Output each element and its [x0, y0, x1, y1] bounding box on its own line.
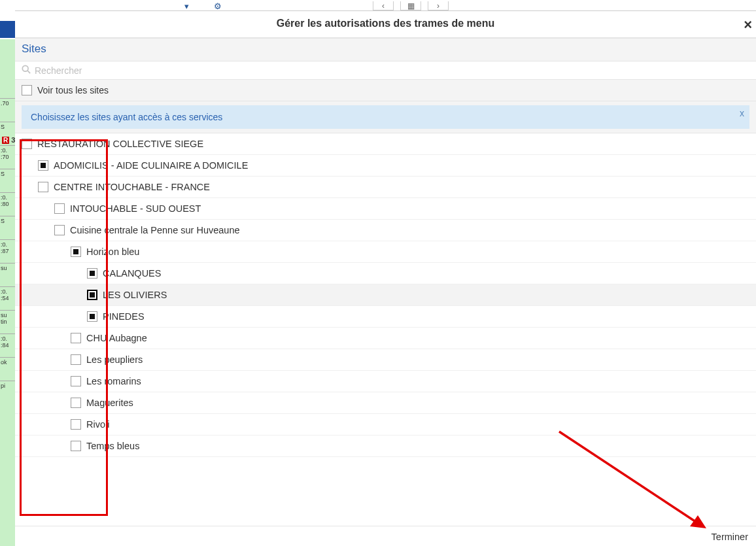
tree-checkbox[interactable] [22, 139, 32, 149]
tree-row-label: Cuisine centrale la Penne sur Huveaune [70, 225, 240, 235]
tree-row[interactable]: Cuisine centrale la Penne sur Huveaune [15, 220, 756, 241]
gear-icon: ⚙ [208, 1, 228, 10]
tree-checkbox[interactable] [87, 268, 97, 279]
tree-checkbox[interactable] [71, 441, 81, 451]
search-row [15, 61, 756, 80]
tree-row[interactable]: Maguerites [15, 392, 756, 414]
tree-row[interactable]: Les peupliers [15, 349, 756, 371]
bg-side-cell: su [0, 263, 15, 286]
bg-side-cell: S [0, 169, 15, 192]
tree-row-label: Maguerites [86, 398, 133, 408]
tree-row[interactable]: INTOUCHABLE - SUD OUEST [15, 198, 756, 220]
info-banner: Choisissez les sites ayant accès à ces s… [22, 105, 749, 129]
info-banner-text: Choisissez les sites ayant accès à ces s… [31, 112, 222, 122]
tree-checkbox[interactable] [87, 311, 97, 322]
tree-row[interactable]: RESTAURATION COLLECTIVE SIEGE [15, 133, 756, 155]
tree-row-label: Les peupliers [86, 354, 143, 365]
tree-checkbox[interactable] [87, 290, 97, 300]
tree-row-label: INTOUCHABLE - SUD OUEST [70, 203, 201, 214]
tree-row[interactable]: Les romarins [15, 371, 756, 392]
bg-side-cell: S [0, 216, 15, 239]
tree-checkbox[interactable] [71, 354, 81, 365]
tree-row[interactable]: Rivoli [15, 414, 756, 435]
finish-button[interactable]: Terminer [712, 532, 748, 542]
svg-point-0 [22, 65, 28, 71]
info-banner-wrap: Choisissez les sites ayant accès à ces s… [15, 101, 756, 133]
tree-checkbox[interactable] [71, 247, 81, 257]
close-banner-icon[interactable]: x [740, 108, 744, 118]
tree-row-label: CHU Aubagne [86, 333, 147, 343]
section-title-sites: Sites [15, 38, 756, 61]
bg-side-cell: :0. :80 [0, 192, 15, 216]
bg-side-cell: :0. :70 [0, 145, 15, 169]
chevron-left-icon: ‹ [373, 1, 394, 10]
tree-row-label: Les romarins [86, 376, 141, 386]
svg-line-1 [27, 71, 30, 73]
tree-checkbox[interactable] [71, 398, 81, 408]
modal-footer: Terminer [15, 526, 756, 546]
manage-permissions-modal: Gérer les autorisations des trames de me… [15, 10, 756, 546]
tree-checkbox[interactable] [71, 376, 81, 386]
tree-row[interactable]: ADOMICILIS - AIDE CULINAIRE A DOMICILE [15, 155, 756, 177]
chevron-down-icon: ▾ [177, 1, 196, 10]
tree-row-label: CENTRE INTOUCHABLE - FRANCE [54, 182, 210, 192]
tree-checkbox[interactable] [71, 333, 81, 343]
show-all-label: Voir tous les sites [37, 85, 109, 95]
tree-row[interactable]: PINEDES [15, 306, 756, 328]
tree-row[interactable]: CALANQUES [15, 263, 756, 284]
tree-checkbox[interactable] [71, 419, 81, 430]
calendar-icon: ▦ [400, 1, 421, 10]
search-icon [22, 65, 31, 76]
close-icon[interactable]: × [744, 18, 752, 32]
bg-side-cell: pi [0, 381, 15, 404]
tree-checkbox[interactable] [38, 182, 48, 192]
bg-blue-bar [0, 21, 15, 38]
tree-row[interactable]: Temps bleus [15, 435, 756, 457]
tree-checkbox[interactable] [38, 160, 48, 171]
tree-row[interactable]: LES OLIVIERS [15, 284, 756, 306]
tree-checkbox[interactable] [54, 225, 65, 235]
tree-row-label: CALANQUES [103, 268, 161, 279]
sites-tree[interactable]: RESTAURATION COLLECTIVE SIEGEADOMICILIS … [15, 133, 756, 526]
bg-center-nav: ‹ ▦ › [373, 1, 449, 10]
tree-row-label: ADOMICILIS - AIDE CULINAIRE A DOMICILE [54, 160, 248, 171]
bg-side-cell: :0. :84 [0, 333, 15, 357]
tree-row-label: Rivoli [86, 419, 109, 430]
bg-side-cell: :0. :54 [0, 286, 15, 310]
tree-wrap: RESTAURATION COLLECTIVE SIEGEADOMICILIS … [15, 133, 756, 526]
tree-row[interactable]: Horizon bleu [15, 241, 756, 263]
tree-row-label: PINEDES [103, 311, 145, 322]
tree-row-label: RESTAURATION COLLECTIVE SIEGE [37, 139, 203, 149]
bg-side-cell: :0. :87 [0, 239, 15, 263]
tree-row[interactable]: CENTRE INTOUCHABLE - FRANCE [15, 177, 756, 198]
show-all-checkbox[interactable] [22, 85, 32, 95]
bg-side-cell: ok [0, 357, 15, 381]
bg-side-cell: .70 [0, 98, 15, 122]
tree-row-label: LES OLIVIERS [103, 290, 167, 300]
show-all-sites-row[interactable]: Voir tous les sites [15, 80, 756, 101]
chevron-right-icon: › [428, 1, 449, 10]
search-input[interactable] [35, 65, 749, 76]
bg-side-cell: su tin [0, 310, 15, 333]
bg-sidebar: R 3 .70S:0. :70S:0. :80S:0. :87su:0. :54… [0, 39, 15, 546]
bg-date-badge: R 3 [2, 136, 15, 144]
modal-title: Gérer les autorisations des trames de me… [277, 18, 494, 29]
modal-header: Gérer les autorisations des trames de me… [15, 11, 756, 38]
tree-row[interactable]: CHU Aubagne [15, 328, 756, 349]
tree-checkbox[interactable] [54, 203, 65, 214]
tree-row-label: Temps bleus [86, 441, 139, 451]
tree-row-label: Horizon bleu [86, 247, 139, 257]
bg-top-icons: ▾ ⚙ [177, 1, 228, 10]
